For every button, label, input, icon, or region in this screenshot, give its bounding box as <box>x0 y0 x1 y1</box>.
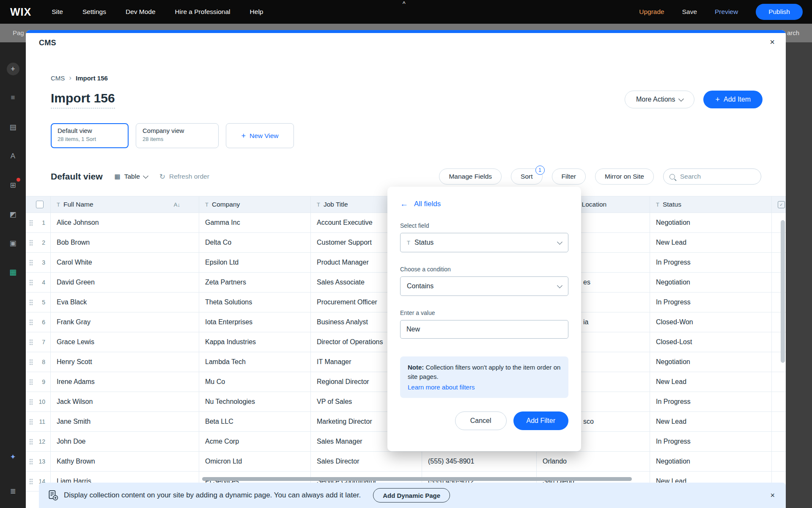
column-header-status[interactable]: TStatus <box>650 196 772 213</box>
cell-name[interactable]: Kathy Brown <box>51 452 199 472</box>
filter-button[interactable]: Filter <box>552 168 586 185</box>
refresh-order-button[interactable]: ↻ Refresh order <box>159 172 209 181</box>
ai-icon[interactable]: ✦ <box>0 450 26 464</box>
cell-company[interactable]: Epsilon Ltd <box>199 253 311 273</box>
cell-company[interactable]: Nu Technologies <box>199 392 311 412</box>
collapse-caret-icon[interactable]: ^ <box>403 0 406 7</box>
topbar-menu-settings[interactable]: Settings <box>82 8 106 16</box>
drag-handle-icon[interactable] <box>29 339 33 345</box>
cell-job[interactable]: Sales Director <box>311 452 422 472</box>
preview-link[interactable]: Preview <box>715 8 738 16</box>
cell-name[interactable]: John Doe <box>51 432 199 452</box>
cell-company[interactable]: Iota Enterprises <box>199 312 311 332</box>
breadcrumb-cms[interactable]: CMS <box>51 75 65 82</box>
vertical-scrollbar[interactable] <box>781 220 785 363</box>
column-header-name[interactable]: TFull NameA↓ <box>51 196 199 213</box>
manage-fields-button[interactable]: Manage Fields <box>439 168 502 185</box>
cell-name[interactable]: Irene Adams <box>51 372 199 392</box>
mirror-on-site-button[interactable]: Mirror on Site <box>595 168 654 185</box>
cell-status[interactable]: Closed-Lost <box>650 332 772 352</box>
cell-name[interactable]: Frank Gray <box>51 312 199 332</box>
cell-location[interactable]: Orlando <box>537 452 650 472</box>
layout-selector[interactable]: ▦ Table <box>115 173 148 180</box>
drag-handle-icon[interactable] <box>29 260 33 266</box>
cell-name[interactable]: David Green <box>51 273 199 293</box>
cancel-button[interactable]: Cancel <box>455 411 507 430</box>
cell-company[interactable]: Zeta Partners <box>199 273 311 293</box>
cell-company[interactable]: Kappa Industries <box>199 332 311 352</box>
save-link[interactable]: Save <box>682 8 697 16</box>
cell-extra[interactable] <box>772 412 786 432</box>
select-all-checkbox[interactable] <box>36 201 44 208</box>
cell-status[interactable]: Negotiation <box>650 273 772 293</box>
collection-title[interactable]: Import 156 <box>51 91 115 108</box>
publish-button[interactable]: Publish <box>756 4 803 20</box>
cell-status[interactable]: In Progress <box>650 432 772 452</box>
cell-extra[interactable] <box>772 392 786 412</box>
condition-dropdown[interactable]: Contains <box>400 276 568 296</box>
column-header-extra[interactable]: ✓C <box>772 196 786 213</box>
cell-extra[interactable] <box>772 452 786 472</box>
cell-name[interactable]: Bob Brown <box>51 233 199 253</box>
column-header-company[interactable]: TCompany <box>199 196 311 213</box>
more-actions-button[interactable]: More Actions <box>625 91 694 108</box>
cell-status[interactable]: New Lead <box>650 412 772 432</box>
sort-button[interactable]: Sort 1 <box>511 168 542 185</box>
upgrade-link[interactable]: Upgrade <box>639 8 664 16</box>
drag-handle-icon[interactable] <box>29 439 33 445</box>
cell-company[interactable]: Omicron Ltd <box>199 452 311 472</box>
drag-handle-icon[interactable] <box>29 359 33 365</box>
drag-handle-icon[interactable] <box>29 399 33 405</box>
drag-handle-icon[interactable] <box>29 220 33 226</box>
cell-company[interactable]: Mu Co <box>199 372 311 392</box>
cell-name[interactable]: Alice Johnson <box>51 213 199 233</box>
menu-icon[interactable]: ≡ <box>0 91 26 105</box>
cell-name[interactable]: Jane Smith <box>51 412 199 432</box>
cell-status[interactable]: In Progress <box>650 253 772 273</box>
cell-name[interactable]: Grace Lewis <box>51 332 199 352</box>
drag-handle-icon[interactable] <box>29 279 33 286</box>
new-view-button[interactable]: + New View <box>226 123 294 148</box>
cell-status[interactable]: Negotiation <box>650 213 772 233</box>
topbar-menu-dev-mode[interactable]: Dev Mode <box>126 8 156 16</box>
drag-handle-icon[interactable] <box>29 299 33 306</box>
app-market-icon[interactable]: ⊞ <box>0 178 26 192</box>
cell-status[interactable]: Negotiation <box>650 452 772 472</box>
layers-icon[interactable]: ≣ <box>0 484 26 498</box>
topbar-menu-help[interactable]: Help <box>250 8 263 16</box>
drag-handle-icon[interactable] <box>29 379 33 385</box>
cell-status[interactable]: New Lead <box>650 233 772 253</box>
close-icon[interactable]: × <box>770 491 775 500</box>
add-dynamic-page-button[interactable]: Add Dynamic Page <box>373 488 450 502</box>
cell-extra[interactable] <box>772 372 786 392</box>
add-item-button[interactable]: + Add Item <box>703 91 763 108</box>
view-card-default[interactable]: Default view 28 items, 1 Sort <box>51 123 129 148</box>
drag-handle-icon[interactable] <box>29 458 33 465</box>
cell-name[interactable]: Henry Scott <box>51 352 199 372</box>
cms-icon[interactable]: ▦ <box>0 265 26 279</box>
learn-more-link[interactable]: Learn more about filters <box>408 383 475 392</box>
all-fields-link[interactable]: All fields <box>414 200 441 208</box>
topbar-menu-site[interactable]: Site <box>52 8 63 16</box>
cell-company[interactable]: Acme Corp <box>199 432 311 452</box>
cell-extra[interactable] <box>772 432 786 452</box>
search-input[interactable] <box>679 172 755 181</box>
add-filter-button[interactable]: Add Filter <box>513 411 568 430</box>
filter-value-input[interactable] <box>400 320 568 339</box>
drag-handle-icon[interactable] <box>29 419 33 425</box>
cell-status[interactable]: In Progress <box>650 392 772 412</box>
text-theme-icon[interactable]: A <box>0 149 26 163</box>
back-arrow-icon[interactable]: ← <box>400 199 408 209</box>
cell-status[interactable]: Negotiation <box>650 352 772 372</box>
addons-icon[interactable]: ◩ <box>0 207 26 221</box>
cell-status[interactable]: New Lead <box>650 372 772 392</box>
cell-company[interactable]: Delta Co <box>199 233 311 253</box>
view-card-company[interactable]: Company view 28 items <box>136 123 219 148</box>
media-icon[interactable]: ▣ <box>0 236 26 250</box>
cell-status[interactable]: Closed-Won <box>650 312 772 332</box>
drag-handle-icon[interactable] <box>29 240 33 246</box>
add-element-icon[interactable]: + <box>0 62 26 76</box>
cell-company[interactable]: Gamma Inc <box>199 213 311 233</box>
cell-name[interactable]: Eva Black <box>51 293 199 312</box>
drag-handle-icon[interactable] <box>29 478 33 485</box>
